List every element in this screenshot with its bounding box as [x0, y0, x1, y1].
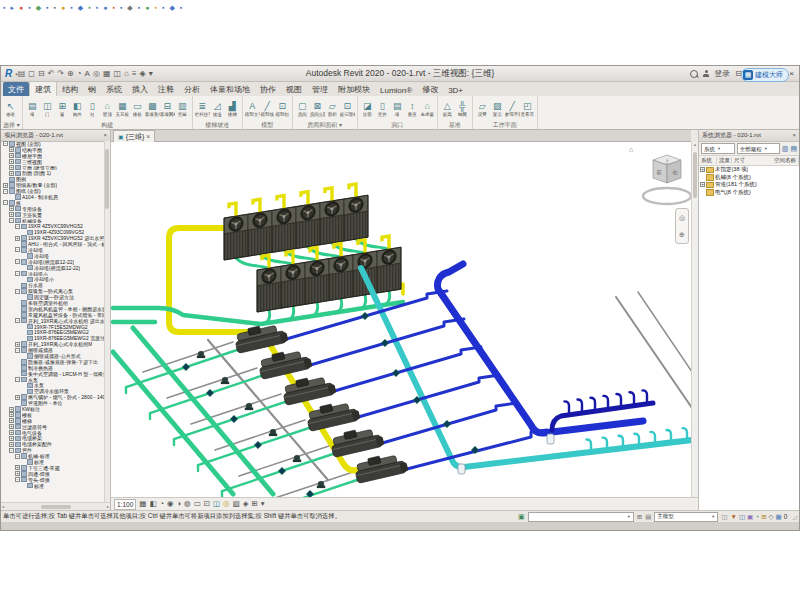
- expander-icon[interactable]: −: [15, 247, 20, 252]
- scroll-left-icon[interactable]: ◂: [2, 504, 4, 509]
- ribbon-button[interactable]: ⊡ 标记面积: [340, 101, 355, 117]
- system-row[interactable]: + 管道(181 个系统): [699, 181, 799, 189]
- qat-icon[interactable]: ↶: [48, 69, 55, 78]
- ribbon-button[interactable]: △ 标高: [440, 101, 455, 117]
- ribbon-tab[interactable]: 文件: [3, 82, 29, 96]
- navigation-bar[interactable]: ◎ ⊕: [675, 208, 689, 244]
- ribbon-button[interactable]: ◰ 查看器: [520, 101, 535, 117]
- view-control-icon[interactable]: ⊞: [252, 498, 258, 510]
- 3d-model-view[interactable]: [111, 142, 691, 497]
- view-control-icon[interactable]: ◑: [177, 498, 182, 510]
- status-icon[interactable]: ◫: [739, 513, 745, 521]
- ribbon-button[interactable]: ╱ 模型线: [260, 101, 275, 117]
- expander-icon[interactable]: +: [15, 395, 20, 400]
- ribbon-button[interactable]: ▨ 显示: [490, 101, 505, 117]
- status-icon[interactable]: 0: [784, 513, 788, 520]
- ribbon-button[interactable]: ↕ 垂直: [405, 101, 420, 117]
- viewcube[interactable]: 上 前 右: [641, 148, 691, 208]
- expander-icon[interactable]: +: [700, 167, 705, 172]
- ribbon-button[interactable]: ↖ 修改: [3, 101, 18, 117]
- expander-icon[interactable]: +: [9, 430, 14, 435]
- expander-icon[interactable]: +: [9, 159, 14, 164]
- ribbon-tab[interactable]: 系统: [101, 82, 127, 96]
- qat-icon[interactable]: ⊕: [67, 69, 74, 78]
- expander-icon[interactable]: +: [15, 471, 20, 476]
- ribbon-tab[interactable]: 注释: [153, 82, 179, 96]
- login-button[interactable]: 登录: [714, 68, 730, 79]
- top-strip-icon[interactable]: ◆: [78, 3, 83, 13]
- user-icon[interactable]: [703, 70, 709, 77]
- discipline-filter-select[interactable]: 全部规程▼: [737, 143, 780, 154]
- ribbon-button[interactable]: ▤ 墙: [390, 101, 405, 117]
- expander-icon[interactable]: +: [9, 165, 14, 170]
- view-tab-3d[interactable]: ▣ {三维} ×: [113, 130, 155, 142]
- qat-icon[interactable]: ◎: [93, 69, 100, 78]
- project-browser-hscrollbar[interactable]: ◂ ▸: [1, 502, 110, 510]
- ribbon-button[interactable]: ▥ 竖梃: [175, 101, 190, 117]
- expander-icon[interactable]: −: [15, 318, 20, 323]
- view-control-icon[interactable]: ▭: [194, 498, 201, 510]
- design-options-icon[interactable]: ▤: [645, 513, 651, 521]
- view-control-icon[interactable]: ◔: [159, 498, 164, 510]
- zoom-icon[interactable]: ⊕: [679, 231, 685, 239]
- status-icon[interactable]: ◇: [769, 513, 774, 521]
- expander-icon[interactable]: −: [3, 141, 8, 146]
- status-icon[interactable]: ▣: [747, 513, 753, 521]
- ribbon-panel-label[interactable]: 模型: [243, 121, 292, 129]
- ribbon-tab[interactable]: 建筑: [29, 81, 57, 96]
- qat-icon[interactable]: ⌂: [124, 69, 129, 78]
- ribbon-tab[interactable]: 管理: [307, 82, 333, 96]
- status-icon[interactable]: ▦: [776, 513, 782, 521]
- top-strip-icon[interactable]: ▪: [28, 3, 30, 13]
- ribbon-tab[interactable]: 钢: [83, 82, 101, 96]
- worksets-icon[interactable]: ▣: [518, 513, 525, 521]
- ribbon-button[interactable]: ▯ 竖井: [375, 101, 390, 117]
- tree-item[interactable]: 标准: [1, 483, 105, 489]
- qat-icon[interactable]: ▤: [18, 69, 26, 78]
- expander-icon[interactable]: −: [15, 477, 20, 482]
- cooling-tower-bank-1[interactable]: [224, 182, 368, 260]
- ribbon-button[interactable]: ▯ 柱: [85, 101, 100, 117]
- ribbon-panel-label[interactable]: 构建: [23, 121, 192, 129]
- ribbon-tab[interactable]: 分析: [179, 82, 205, 96]
- top-strip-icon[interactable]: ●: [19, 3, 23, 13]
- status-icon[interactable]: ▼: [730, 513, 736, 520]
- top-strip-icon[interactable]: ◆: [36, 3, 41, 13]
- expander-icon[interactable]: −: [15, 271, 20, 276]
- ribbon-button[interactable]: ⊠ 房间分隔: [310, 101, 325, 117]
- expander-icon[interactable]: −: [15, 289, 20, 294]
- ribbon-button[interactable]: ▱ 设置: [475, 101, 490, 117]
- ribbon-button[interactable]: ◿ 坡道: [210, 101, 225, 117]
- qat-icon[interactable]: ◔: [77, 69, 82, 78]
- view-control-icon[interactable]: ◧: [149, 498, 156, 510]
- ribbon-button[interactable]: ≣ 栏杆扶手: [195, 101, 210, 117]
- expander-icon[interactable]: −: [9, 448, 14, 453]
- ribbon-panel-label[interactable]: 洞口: [358, 121, 437, 129]
- column-header[interactable]: 系统: [699, 157, 717, 164]
- ribbon-tab[interactable]: Lumion®: [375, 84, 417, 96]
- qat-icon[interactable]: ▾: [149, 69, 153, 78]
- scroll-right-icon[interactable]: ▸: [107, 504, 109, 509]
- top-strip-icon[interactable]: ◆: [127, 3, 132, 13]
- ribbon-button[interactable]: ▱ 面积: [325, 101, 340, 117]
- view-control-icon[interactable]: ▧: [233, 498, 240, 510]
- qat-icon[interactable]: ▦: [103, 69, 111, 78]
- expander-icon[interactable]: −: [3, 189, 8, 194]
- expander-icon[interactable]: −: [3, 200, 8, 205]
- qat-icon[interactable]: ⊟: [38, 69, 45, 78]
- system-filter-select[interactable]: 系统▼: [701, 143, 735, 154]
- system-row[interactable]: 电气(8 个系统): [699, 189, 799, 197]
- view-control-icon[interactable]: ◫: [213, 498, 220, 510]
- expander-icon[interactable]: −: [15, 377, 20, 382]
- top-strip-icon[interactable]: ▪: [180, 3, 182, 13]
- active-only-icon[interactable]: ◫: [721, 513, 727, 521]
- scale-button[interactable]: 1:100: [114, 499, 136, 510]
- ribbon-button[interactable]: ╬ 轴网: [455, 101, 470, 117]
- view-control-icon[interactable]: ◍: [184, 498, 191, 510]
- column-settings-icon[interactable]: ▤: [790, 145, 797, 153]
- ribbon-panel-label[interactable]: 房间和面积 ▾: [293, 121, 357, 129]
- ribbon-button[interactable]: ⌂ 屋顶: [100, 101, 115, 117]
- top-strip-icon[interactable]: ◆: [169, 3, 174, 13]
- top-strip-icon[interactable]: ▪: [96, 3, 98, 13]
- ribbon-panel-label[interactable]: 工作平面: [473, 121, 537, 129]
